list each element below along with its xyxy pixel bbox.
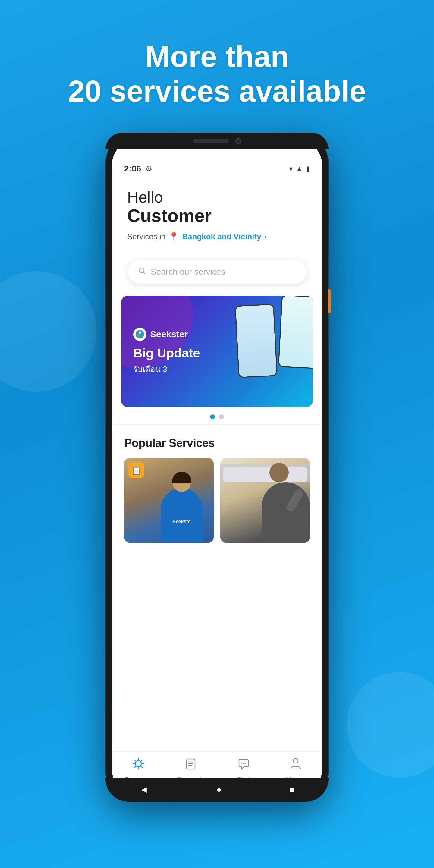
app-content[interactable]: Hello Customer Services in 📍 Bangkok and… bbox=[112, 177, 322, 793]
carousel-dots bbox=[112, 414, 322, 419]
greeting-name: Customer bbox=[127, 206, 307, 226]
status-icons: ▾ ▲ ▮ bbox=[289, 164, 310, 173]
service-card-moving[interactable]: 📋 bbox=[124, 458, 214, 542]
status-bar: 2:06 ⚙ ▾ ▲ ▮ bbox=[112, 158, 322, 177]
banner-phone-screen-1 bbox=[236, 305, 277, 377]
search-icon bbox=[138, 267, 146, 277]
service-card-ac-cleaning[interactable] bbox=[220, 458, 310, 542]
svg-line-13 bbox=[134, 766, 136, 768]
banner-phone-mockups bbox=[236, 299, 313, 371]
carousel-dot-2[interactable] bbox=[219, 414, 224, 419]
location-city: Bangkok and Vicinity bbox=[182, 232, 261, 241]
svg-point-3 bbox=[138, 331, 141, 334]
location-arrow-icon: › bbox=[264, 233, 267, 241]
phone-speaker bbox=[193, 139, 229, 143]
chat-icon bbox=[237, 757, 250, 773]
phone-inner: 2:06 ⚙ ▾ ▲ ▮ Hello Customer bbox=[112, 141, 322, 793]
location-pin-icon: 📍 bbox=[168, 232, 179, 242]
phone-frame: 2:06 ⚙ ▾ ▲ ▮ Hello Customer bbox=[105, 133, 329, 802]
search-bar[interactable]: Search our services bbox=[127, 260, 307, 284]
signal-icon: ▲ bbox=[296, 164, 303, 173]
section-divider bbox=[112, 424, 322, 425]
greeting-hello: Hello bbox=[127, 189, 307, 206]
screen: 2:06 ⚙ ▾ ▲ ▮ Hello Customer bbox=[112, 158, 322, 793]
banner-subtitle: รับเดือน 3 bbox=[133, 363, 200, 375]
menus-icon bbox=[289, 757, 302, 773]
location-row[interactable]: Services in 📍 Bangkok and Vicinity › bbox=[127, 232, 307, 242]
svg-line-11 bbox=[134, 760, 136, 762]
battery-icon: ▮ bbox=[306, 164, 310, 173]
seekster-logo bbox=[133, 328, 147, 341]
svg-point-22 bbox=[293, 758, 298, 763]
phone-camera bbox=[235, 138, 241, 144]
services-label: Services in bbox=[127, 232, 165, 241]
wifi-icon: ▾ bbox=[289, 164, 293, 173]
search-placeholder: Search our services bbox=[151, 267, 225, 277]
hero-title: More than 20 services available bbox=[68, 39, 366, 108]
service-badge-moving: 📋 bbox=[128, 462, 144, 478]
header-section: Hello Customer Services in 📍 Bangkok and… bbox=[112, 177, 322, 260]
popular-services-title: Popular Services bbox=[124, 437, 310, 450]
seekster-brand-name: Seekster bbox=[150, 329, 188, 339]
banner-section[interactable]: Seekster Big Update รับเดือน 3 bbox=[121, 296, 313, 407]
svg-point-21 bbox=[244, 763, 246, 764]
phone-top-bar bbox=[105, 133, 329, 150]
svg-line-1 bbox=[144, 272, 145, 274]
svg-point-19 bbox=[241, 763, 242, 764]
recent-button[interactable]: ■ bbox=[290, 785, 294, 795]
home-button[interactable]: ● bbox=[217, 785, 222, 795]
svg-point-20 bbox=[243, 763, 244, 764]
banner-phone-1 bbox=[235, 304, 278, 378]
banner-content: Seekster Big Update รับเดือน 3 bbox=[133, 328, 200, 375]
back-button[interactable]: ◄ bbox=[140, 784, 149, 795]
svg-point-4 bbox=[137, 334, 139, 337]
banner-phone-screen-2 bbox=[279, 296, 313, 368]
settings-icon: ⚙ bbox=[145, 164, 152, 174]
banner-phone-2 bbox=[278, 296, 313, 369]
phone-mockup: 2:06 ⚙ ▾ ▲ ▮ Hello Customer bbox=[105, 133, 329, 802]
android-nav-bar: ◄ ● ■ bbox=[105, 778, 329, 802]
svg-line-14 bbox=[141, 760, 142, 762]
banner-logo-row: Seekster bbox=[133, 328, 200, 341]
svg-line-12 bbox=[141, 766, 142, 768]
status-time: 2:06 bbox=[124, 164, 141, 174]
banner-slide: Seekster Big Update รับเดือน 3 bbox=[121, 296, 313, 407]
services-icon bbox=[132, 757, 145, 773]
popular-services-section: Popular Services 📋 bbox=[112, 428, 322, 549]
carousel-dot-1[interactable] bbox=[210, 414, 215, 419]
requests-icon bbox=[184, 757, 197, 773]
service-cards-row: 📋 bbox=[124, 458, 310, 542]
banner-title: Big Update bbox=[133, 346, 200, 361]
svg-point-5 bbox=[141, 334, 143, 337]
